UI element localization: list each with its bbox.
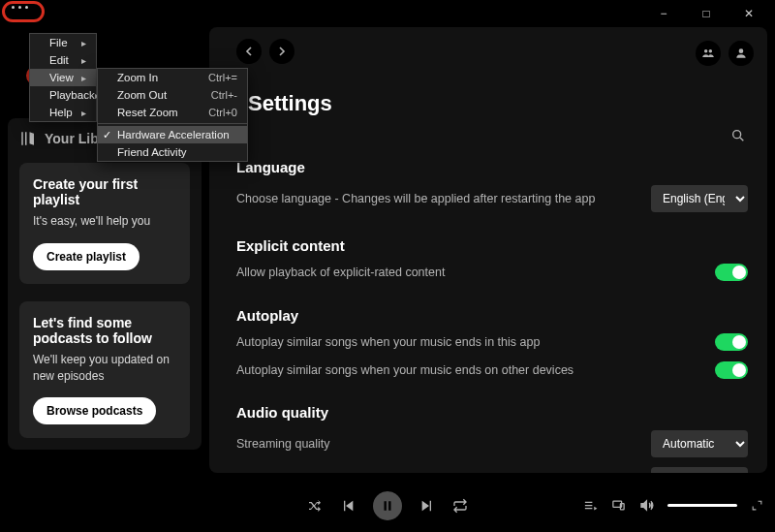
menu-item-zoom-in[interactable]: Zoom InCtrl+= (98, 69, 247, 86)
window-minimize-button[interactable]: − (649, 2, 678, 25)
podcast-card: Let's find some podcasts to follow We'll… (19, 301, 190, 439)
streaming-quality-select[interactable]: Automatic (651, 430, 748, 457)
section-audio: Audio quality Streaming quality Automati… (236, 404, 748, 473)
user-icon (734, 47, 748, 60)
menu-item-zoom-out[interactable]: Zoom OutCtrl+- (98, 86, 247, 104)
autoplay-desc1: Autoplay similar songs when your music e… (236, 333, 540, 352)
repeat-icon (452, 498, 468, 514)
section-language: Language Choose language - Changes will … (236, 159, 748, 212)
volume-slider[interactable] (667, 504, 737, 507)
profile-button[interactable] (728, 41, 754, 66)
player-bar (0, 479, 775, 532)
view-submenu: Zoom InCtrl+= Zoom OutCtrl+- Reset ZoomC… (97, 68, 248, 162)
menu-item-friend-activity[interactable]: Friend Activity (98, 143, 247, 161)
player-right (583, 498, 763, 513)
volume-button[interactable] (639, 498, 654, 513)
queue-icon (583, 498, 598, 513)
play-pause-button[interactable] (373, 491, 402, 520)
explicit-title: Explicit content (236, 237, 748, 254)
autoplay-desc2: Autoplay similar songs when your music e… (236, 361, 574, 380)
explicit-toggle[interactable] (715, 264, 748, 281)
shuffle-button[interactable] (307, 498, 323, 514)
chevron-left-icon (244, 47, 254, 56)
devices-button[interactable] (611, 498, 626, 513)
page-title: Settings (248, 91, 748, 116)
menu-item-hardware-acceleration[interactable]: ✓Hardware Acceleration (98, 126, 247, 143)
volume-icon (639, 498, 654, 513)
library-panel: Your Library Create your first playlist … (8, 118, 202, 450)
previous-button[interactable] (340, 498, 356, 514)
app-menu-button[interactable] (8, 3, 32, 12)
autoplay-title: Autoplay (236, 307, 748, 324)
menu-item-view[interactable]: View▸ (30, 69, 96, 86)
skip-forward-icon (419, 498, 435, 514)
nav-back-button[interactable] (236, 39, 262, 64)
language-select[interactable]: English (English) (651, 185, 748, 212)
pause-icon (381, 499, 394, 513)
chevron-right-icon (277, 47, 287, 56)
autoplay-app-toggle[interactable] (715, 333, 748, 351)
menu-item-file[interactable]: File▸ (30, 34, 96, 51)
svg-point-0 (733, 131, 741, 139)
section-explicit: Explicit content Allow playback of expli… (236, 237, 748, 282)
settings-search-button[interactable] (730, 128, 746, 143)
people-icon (701, 47, 715, 60)
queue-button[interactable] (583, 498, 598, 513)
friend-activity-icon[interactable] (696, 41, 721, 66)
streaming-label: Streaming quality (236, 435, 330, 454)
autoplay-devices-toggle[interactable] (715, 361, 748, 379)
expand-icon (751, 499, 763, 512)
card2-title: Let's find some podcasts to follow (33, 315, 176, 346)
shuffle-icon (307, 498, 323, 514)
repeat-button[interactable] (452, 498, 468, 514)
main-context-menu: File▸ Edit▸ View▸ Playback▸ Help▸ (29, 33, 97, 122)
create-playlist-button[interactable]: Create playlist (33, 243, 140, 270)
menu-item-help[interactable]: Help▸ (30, 104, 96, 121)
skip-back-icon (340, 498, 356, 514)
explicit-desc: Allow playback of explicit-rated content (236, 264, 445, 282)
card1-sub: It's easy, we'll help you (33, 213, 176, 230)
browse-podcasts-button[interactable]: Browse podcasts (33, 397, 156, 424)
nav-forward-button[interactable] (269, 39, 294, 64)
menu-item-edit[interactable]: Edit▸ (30, 51, 96, 69)
search-icon (730, 128, 746, 143)
window-maximize-button[interactable]: □ (692, 2, 721, 25)
section-autoplay: Autoplay Autoplay similar songs when you… (236, 307, 748, 380)
fullscreen-button[interactable] (751, 499, 763, 512)
nav-history (236, 39, 748, 64)
card2-sub: We'll keep you updated on new episodes (33, 352, 176, 385)
menu-separator (98, 123, 247, 124)
devices-icon (611, 498, 626, 513)
create-playlist-card: Create your first playlist It's easy, we… (19, 163, 190, 284)
menu-item-playback[interactable]: Playback▸ (30, 86, 96, 104)
card1-title: Create your first playlist (33, 176, 176, 207)
top-right-icons (696, 41, 754, 66)
window-close-button[interactable]: ✕ (734, 2, 763, 25)
language-title: Language (236, 159, 748, 175)
menu-item-reset-zoom[interactable]: Reset ZoomCtrl+0 (98, 104, 247, 121)
language-desc: Choose language - Changes will be applie… (236, 190, 595, 208)
download-label: Download ? (236, 472, 308, 473)
audio-title: Audio quality (236, 404, 748, 421)
player-center (307, 491, 468, 520)
library-icon (19, 130, 37, 147)
next-button[interactable] (419, 498, 435, 514)
titlebar: − □ ✕ (0, 0, 775, 27)
settings-panel: Settings Language Choose language - Chan… (209, 27, 767, 473)
download-quality-select[interactable]: High (651, 467, 748, 473)
